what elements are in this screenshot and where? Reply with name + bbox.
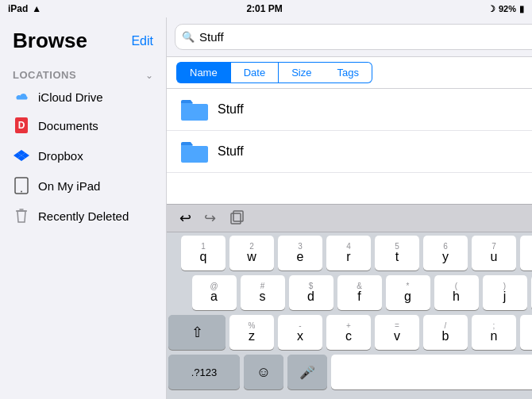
sort-group: Name Date Size Tags — [176, 62, 372, 83]
browse-title: Browse — [13, 29, 87, 53]
file-name: Stuff — [218, 102, 532, 117]
sidebar: Browse Edit Locations ⌄ iCloud Drive — [0, 17, 167, 399]
key-x[interactable]: - x — [278, 315, 322, 350]
locations-label: Locations — [13, 69, 76, 81]
locations-section: Locations ⌄ iCloud Drive D — [0, 59, 166, 237]
sort-tab-name[interactable]: Name — [176, 62, 230, 83]
key-s[interactable]: # s — [241, 275, 285, 310]
status-time: 2:01 PM — [246, 3, 282, 14]
search-input-wrapper: 🔍 ✕ — [175, 24, 532, 50]
status-left: iPad ▲ — [8, 3, 41, 14]
sort-tab-date[interactable]: Date — [230, 62, 279, 83]
deleted-icon — [13, 207, 30, 224]
folder-icon — [179, 139, 210, 164]
sidebar-item-dropbox-label: Dropbox — [38, 149, 83, 163]
key-z[interactable]: % z — [229, 315, 274, 350]
key-y[interactable]: 6 y — [423, 236, 468, 270]
svg-point-3 — [21, 191, 22, 193]
sort-tabs-row: Name Date Size Tags — [167, 57, 532, 89]
key-c[interactable]: + c — [326, 315, 371, 350]
file-list: Stuff Jun 17, 2017 at 3:46 PM › Stuff Ju… — [167, 89, 532, 204]
space-key[interactable] — [331, 355, 532, 389]
key-u[interactable]: 7 u — [472, 236, 516, 270]
keyboard: 1 q 2 w 3 e 4 r 5 t — [167, 232, 532, 399]
key-h[interactable]: ( h — [434, 275, 479, 310]
microphone-key[interactable]: 🎤 — [287, 355, 327, 389]
key-e[interactable]: 3 e — [278, 236, 322, 270]
carrier-label: iPad — [8, 3, 28, 14]
key-b[interactable]: / b — [423, 315, 468, 350]
key-q[interactable]: 1 q — [181, 236, 226, 270]
key-r[interactable]: 4 r — [326, 236, 371, 270]
file-name: Stuff — [218, 144, 532, 159]
status-right: ☽ 92% ▮ — [488, 4, 524, 14]
sort-tab-size[interactable]: Size — [279, 62, 324, 83]
search-icon: 🔍 — [182, 31, 195, 43]
folder-icon — [179, 97, 210, 122]
key-f[interactable]: & f — [337, 275, 382, 310]
key-d[interactable]: $ d — [289, 275, 333, 310]
svg-text:D: D — [18, 120, 25, 131]
battery-icon: ▮ — [519, 4, 524, 14]
main-container: Browse Edit Locations ⌄ iCloud Drive — [0, 17, 532, 399]
sidebar-item-documents[interactable]: D Documents — [0, 110, 166, 140]
shift-left-key[interactable]: ⇧ — [168, 315, 226, 350]
moon-icon: ☽ — [488, 4, 495, 14]
svg-rect-9 — [233, 211, 243, 221]
key-a[interactable]: @ a — [192, 275, 237, 310]
chevron-down-icon[interactable]: ⌄ — [145, 70, 153, 81]
sidebar-item-icloud[interactable]: iCloud Drive — [0, 84, 166, 110]
redo-button[interactable]: ↪ — [204, 209, 216, 227]
sidebar-item-dropbox[interactable]: Dropbox — [0, 140, 166, 171]
documents-icon: D — [13, 117, 30, 134]
number-key-left[interactable]: .?123 — [168, 355, 240, 389]
sidebar-item-icloud-label: iCloud Drive — [38, 90, 103, 104]
paste-button[interactable] — [229, 209, 245, 228]
sidebar-item-ipad[interactable]: On My iPad — [0, 171, 166, 201]
keyboard-row-1: 1 q 2 w 3 e 4 r 5 t — [168, 236, 532, 270]
sidebar-header: Browse Edit — [0, 25, 166, 59]
dropbox-icon — [13, 147, 30, 164]
keyboard-row-bottom: .?123 ☺ 🎤 .?123 ⌨ — [168, 355, 532, 389]
sidebar-item-documents-label: Documents — [38, 119, 98, 132]
svg-rect-8 — [231, 213, 241, 224]
keyboard-toolbar: ↩ ↪ — [167, 204, 532, 232]
undo-button[interactable]: ↩ — [179, 209, 191, 227]
sidebar-item-deleted-label: Recently Deleted — [38, 209, 129, 223]
icloud-icon — [13, 91, 30, 104]
status-bar: iPad ▲ 2:01 PM ☽ 92% ▮ — [0, 0, 532, 17]
edit-button[interactable]: Edit — [131, 34, 153, 48]
key-v[interactable]: = v — [375, 315, 419, 350]
locations-header: Locations ⌄ — [0, 66, 166, 84]
sidebar-item-ipad-label: On My iPad — [38, 179, 100, 193]
search-bar: 🔍 ✕ Cancel — [167, 17, 532, 57]
sidebar-item-deleted[interactable]: Recently Deleted — [0, 201, 166, 231]
ipad-icon — [13, 177, 30, 194]
table-row[interactable]: Stuff Jun 8, 2017 at 2:29 PM › — [167, 131, 532, 173]
key-w[interactable]: 2 w — [229, 236, 274, 270]
key-j[interactable]: ) j — [483, 275, 527, 310]
keyboard-row-2: @ a # s $ d & f * g — [168, 275, 532, 310]
battery-label: 92% — [499, 4, 516, 13]
key-m[interactable]: : m — [520, 315, 532, 350]
table-row[interactable]: Stuff Jun 17, 2017 at 3:46 PM › — [167, 89, 532, 131]
key-i[interactable]: 8 i — [520, 236, 532, 270]
search-input[interactable] — [199, 30, 532, 44]
keyboard-row-3: ⇧ % z - x + c = v / — [168, 315, 532, 350]
sort-tab-tags[interactable]: Tags — [324, 62, 372, 83]
wifi-icon: ▲ — [32, 3, 41, 14]
key-n[interactable]: ; n — [472, 315, 516, 350]
emoji-key[interactable]: ☺ — [244, 355, 283, 389]
key-g[interactable]: * g — [386, 275, 430, 310]
content-area: 🔍 ✕ Cancel Name Date Size Tags — [167, 17, 532, 399]
key-t[interactable]: 5 t — [375, 236, 419, 270]
